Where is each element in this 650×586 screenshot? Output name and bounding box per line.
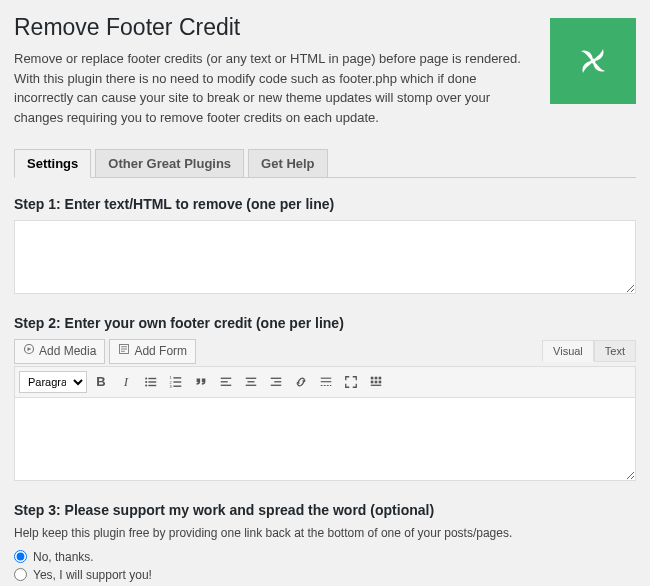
svg-rect-28 (321, 381, 332, 382)
svg-rect-13 (173, 377, 181, 378)
svg-rect-35 (379, 380, 382, 383)
svg-rect-22 (248, 381, 255, 382)
link-button[interactable] (290, 371, 312, 393)
pinwheel-icon (573, 41, 613, 81)
editor-tab-visual[interactable]: Visual (542, 340, 594, 362)
form-icon (118, 343, 130, 360)
radio-yes-input[interactable] (14, 568, 27, 581)
svg-rect-7 (148, 378, 156, 379)
align-right-button[interactable] (265, 371, 287, 393)
add-media-button[interactable]: Add Media (14, 339, 105, 364)
tab-other-plugins[interactable]: Other Great Plugins (95, 149, 244, 178)
svg-rect-30 (371, 377, 374, 380)
svg-rect-36 (371, 384, 382, 385)
svg-point-10 (145, 384, 147, 386)
add-form-button[interactable]: Add Form (109, 339, 196, 364)
svg-rect-25 (274, 381, 281, 382)
radio-yes[interactable]: Yes, I will support you! (14, 568, 636, 582)
page-title: Remove Footer Credit (14, 14, 534, 41)
radio-no-input[interactable] (14, 550, 27, 563)
svg-rect-26 (271, 384, 282, 385)
fullscreen-button[interactable] (340, 371, 362, 393)
footer-credit-input[interactable] (14, 397, 636, 481)
svg-rect-11 (148, 385, 156, 386)
step3-heading: Step 3: Please support my work and sprea… (14, 502, 636, 518)
italic-button[interactable]: I (115, 371, 137, 393)
svg-rect-19 (221, 381, 228, 382)
align-center-button[interactable] (240, 371, 262, 393)
svg-rect-31 (375, 377, 378, 380)
editor-toolbar: Paragraph B I 123 (14, 366, 636, 397)
nav-tabs: Settings Other Great Plugins Get Help (14, 149, 636, 178)
numbered-list-button[interactable]: 123 (165, 371, 187, 393)
editor-tab-text[interactable]: Text (594, 340, 636, 362)
bullet-list-button[interactable] (140, 371, 162, 393)
support-text: Help keep this plugin free by providing … (14, 526, 636, 540)
page-description: Remove or replace footer credits (or any… (14, 49, 534, 127)
toolbar-toggle-button[interactable] (365, 371, 387, 393)
media-icon (23, 343, 35, 360)
svg-point-0 (591, 59, 596, 64)
tab-get-help[interactable]: Get Help (248, 149, 327, 178)
svg-rect-27 (321, 377, 332, 378)
radio-yes-label: Yes, I will support you! (33, 568, 152, 582)
add-form-label: Add Form (134, 343, 187, 360)
radio-no[interactable]: No, thanks. (14, 550, 636, 564)
svg-point-6 (145, 377, 147, 379)
svg-rect-17 (173, 385, 181, 386)
svg-rect-18 (221, 377, 232, 378)
svg-rect-32 (379, 377, 382, 380)
svg-rect-15 (173, 381, 181, 382)
step2-heading: Step 2: Enter your own footer credit (on… (14, 315, 636, 331)
step1-heading: Step 1: Enter text/HTML to remove (one p… (14, 196, 636, 212)
plugin-logo (550, 18, 636, 104)
svg-rect-24 (271, 377, 282, 378)
svg-rect-21 (246, 377, 257, 378)
bold-button[interactable]: B (90, 371, 112, 393)
insert-more-button[interactable] (315, 371, 337, 393)
svg-point-8 (145, 381, 147, 383)
align-left-button[interactable] (215, 371, 237, 393)
svg-rect-20 (221, 384, 232, 385)
remove-text-input[interactable] (14, 220, 636, 294)
svg-rect-34 (375, 380, 378, 383)
svg-rect-33 (371, 380, 374, 383)
radio-no-label: No, thanks. (33, 550, 94, 564)
svg-text:3: 3 (169, 384, 172, 389)
svg-rect-23 (246, 384, 257, 385)
format-select[interactable]: Paragraph (19, 371, 87, 393)
svg-rect-9 (148, 381, 156, 382)
add-media-label: Add Media (39, 343, 96, 360)
tab-settings[interactable]: Settings (14, 149, 91, 178)
blockquote-button[interactable] (190, 371, 212, 393)
